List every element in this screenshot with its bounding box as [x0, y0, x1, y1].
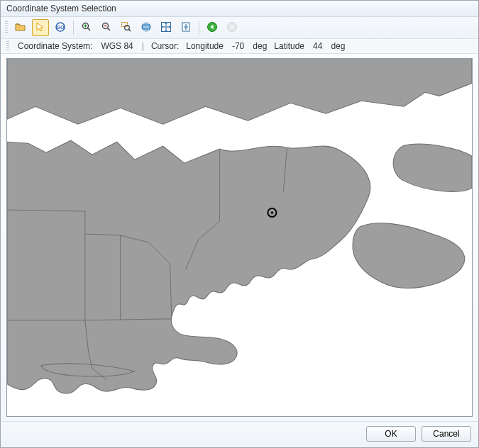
back-button[interactable] — [204, 19, 221, 36]
longitude-value: -70 — [232, 41, 244, 51]
toolbar-grip — [5, 21, 8, 34]
arrow-cursor-icon — [35, 21, 46, 35]
zoom-in-button[interactable] — [78, 19, 95, 36]
svg-rect-9 — [122, 22, 128, 26]
window-title: Coordinate System Selection — [6, 4, 116, 13]
coord-system-label: Coordinate System: — [18, 41, 92, 51]
svg-line-11 — [129, 29, 131, 31]
forward-icon — [226, 21, 238, 35]
zoom-out-button[interactable] — [98, 19, 115, 36]
pan-button[interactable] — [138, 19, 155, 36]
toolbar-separator — [199, 21, 199, 35]
open-folder-icon — [15, 21, 26, 35]
go-button[interactable]: GO — [52, 19, 69, 36]
fit-page-icon — [180, 21, 192, 35]
toolbar-separator — [73, 21, 74, 35]
statusbar-divider: | — [142, 41, 144, 51]
longitude-unit: deg — [253, 41, 267, 51]
window: Coordinate System Selection — [0, 0, 479, 448]
statusbar-grip — [6, 41, 9, 51]
toolbar: GO — [1, 17, 478, 39]
svg-line-7 — [108, 28, 111, 30]
titlebar: Coordinate System Selection — [1, 1, 478, 17]
cancel-button[interactable]: Cancel — [422, 426, 471, 442]
cursor-button[interactable] — [32, 19, 49, 36]
statusbar: Coordinate System: WGS 84 | Cursor: Long… — [1, 39, 478, 54]
zoom-in-icon — [81, 21, 92, 35]
svg-text:GO: GO — [57, 25, 65, 30]
forward-button — [224, 19, 241, 36]
ok-button[interactable]: OK — [366, 426, 416, 442]
latitude-unit: deg — [331, 41, 345, 51]
pan-icon — [141, 21, 152, 35]
map-svg — [7, 59, 472, 416]
cursor-label: Cursor: — [151, 41, 179, 51]
fit-page-button[interactable] — [177, 19, 194, 36]
svg-point-19 — [271, 211, 274, 214]
zoom-out-icon — [101, 21, 112, 35]
go-icon: GO — [55, 21, 66, 35]
zoom-window-icon — [121, 21, 132, 35]
fit-all-button[interactable] — [158, 19, 175, 36]
footer: OK Cancel — [1, 421, 478, 447]
back-icon — [207, 21, 218, 35]
longitude-label: Longitude — [186, 41, 224, 51]
open-folder-button[interactable] — [12, 19, 29, 36]
latitude-label: Latitude — [274, 41, 304, 51]
svg-line-3 — [88, 28, 91, 30]
coord-system-value: WGS 84 — [101, 41, 133, 51]
map-canvas[interactable] — [6, 58, 473, 417]
latitude-value: 44 — [313, 41, 322, 51]
zoom-window-button[interactable] — [118, 19, 135, 36]
fit-all-icon — [160, 21, 172, 35]
